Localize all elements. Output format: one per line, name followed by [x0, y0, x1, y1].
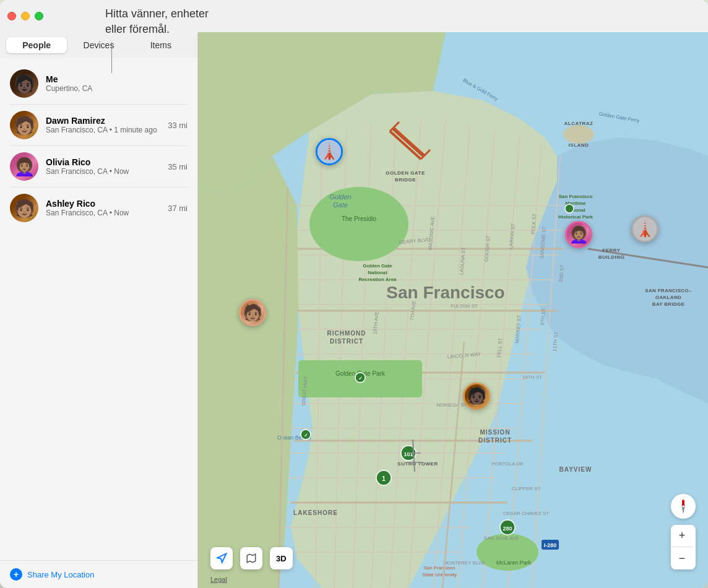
- svg-text:San Francisco: San Francisco: [559, 194, 593, 199]
- svg-text:SAN JOSE AVE: SAN JOSE AVE: [484, 535, 519, 541]
- avatar: 🧑🏿: [10, 69, 38, 98]
- svg-text:National: National: [368, 270, 387, 275]
- close-button[interactable]: [7, 12, 16, 20]
- svg-text:1: 1: [382, 475, 386, 482]
- svg-point-120: [565, 204, 574, 213]
- svg-text:San Francisco: San Francisco: [423, 565, 455, 571]
- map-svg: 1 101 280 San Francisco Golden Gate: [198, 32, 708, 588]
- svg-text:FULTON ST: FULTON ST: [451, 303, 478, 309]
- svg-text:NORIEGA ST: NORIEGA ST: [437, 402, 467, 408]
- app-window: Hitta vänner, enheter eller föremål. Peo…: [0, 0, 708, 588]
- svg-text:DISTRICT: DISTRICT: [330, 338, 363, 345]
- svg-text:MISSION: MISSION: [480, 429, 510, 436]
- 3d-button[interactable]: 3D: [270, 547, 293, 569]
- title-bar: [0, 0, 708, 32]
- person-info: Ashley Rico San Francisco, CA • Now: [46, 199, 160, 217]
- person-distance: 33 mi: [168, 121, 188, 130]
- legal-link[interactable]: Legal: [210, 576, 227, 583]
- share-location[interactable]: + Share My Location: [0, 560, 197, 588]
- map-pin-ashley[interactable]: 🧑🏽: [239, 299, 266, 326]
- list-item[interactable]: 🧑🏽 Ashley Rico San Francisco, CA • Now 3…: [0, 188, 197, 228]
- zoom-controls: + −: [671, 525, 696, 569]
- tabs-container: People Devices Items: [0, 32, 197, 58]
- svg-text:Gate: Gate: [333, 201, 348, 209]
- map-view-button[interactable]: [240, 547, 262, 569]
- list-item[interactable]: 🧑🏿 Me Cupertino, CA: [0, 63, 197, 104]
- svg-text:BRIDGE: BRIDGE: [395, 177, 416, 183]
- map-area[interactable]: 1 101 280 San Francisco Golden Gate: [198, 32, 708, 588]
- share-plus-icon: +: [10, 568, 22, 581]
- avatar: 👩🏽‍🦱: [10, 152, 38, 181]
- svg-text:101: 101: [404, 451, 413, 457]
- svg-point-96: [563, 125, 594, 144]
- person-distance: 37 mi: [168, 204, 188, 213]
- map-bottom-bar: 3D: [210, 547, 293, 569]
- svg-text:The Presidio: The Presidio: [342, 215, 377, 222]
- tab-people[interactable]: People: [6, 37, 67, 53]
- avatar: 🧑🏽: [10, 194, 38, 222]
- svg-text:FERRY: FERRY: [602, 248, 620, 253]
- svg-text:CESAR CHAVEZ ST: CESAR CHAVEZ ST: [503, 511, 549, 516]
- minimize-button[interactable]: [21, 12, 30, 20]
- svg-text:Golden: Golden: [329, 193, 351, 201]
- sidebar: People Devices Items 🧑🏿 Me Cupertino, CA: [0, 32, 198, 588]
- svg-marker-123: [681, 506, 684, 514]
- person-name: Olivia Rico: [46, 157, 160, 167]
- svg-text:ALCATRAZ: ALCATRAZ: [564, 121, 594, 126]
- location-button[interactable]: [210, 547, 233, 569]
- list-item[interactable]: 🧑🏽 Dawn Ramirez San Francisco, CA • 1 mi…: [0, 105, 197, 145]
- tab-items[interactable]: Items: [131, 37, 191, 53]
- person-location: San Francisco, CA • Now: [46, 209, 160, 217]
- maximize-button[interactable]: [35, 12, 43, 20]
- svg-text:BAYVIEW: BAYVIEW: [559, 466, 592, 473]
- person-info: Me Cupertino, CA: [46, 74, 188, 93]
- person-location: San Francisco, CA • 1 minute ago: [46, 126, 160, 134]
- person-info: Olivia Rico San Francisco, CA • Now: [46, 157, 160, 176]
- list-item[interactable]: 👩🏽‍🦱 Olivia Rico San Francisco, CA • Now…: [0, 146, 197, 187]
- person-location: Cupertino, CA: [46, 84, 188, 93]
- svg-text:State University: State University: [422, 572, 457, 577]
- people-list: 🧑🏿 Me Cupertino, CA 🧑🏽 Dawn Ramirez: [0, 58, 197, 560]
- map-controls: N + −: [671, 494, 696, 569]
- svg-text:GOLDEN GATE: GOLDEN GATE: [386, 170, 425, 176]
- svg-text:San Francisco: San Francisco: [386, 283, 504, 302]
- map-pin-dawn[interactable]: 🧑🏿: [463, 383, 490, 410]
- svg-text:McLaren Park: McLaren Park: [496, 560, 532, 566]
- svg-point-37: [309, 187, 408, 261]
- svg-text:16TH ST: 16TH ST: [522, 374, 542, 380]
- svg-text:N: N: [682, 499, 685, 504]
- svg-text:CLIPPER ST: CLIPPER ST: [512, 486, 541, 491]
- svg-text:ISLAND: ISLAND: [569, 142, 589, 148]
- svg-text:Golden Gate: Golden Gate: [363, 263, 392, 269]
- person-info: Dawn Ramirez San Francisco, CA • 1 minut…: [46, 116, 160, 134]
- zoom-out-button[interactable]: −: [671, 547, 693, 569]
- person-name: Me: [46, 74, 188, 84]
- svg-text:DISTRICT: DISTRICT: [478, 437, 512, 444]
- svg-text:SAN FRANCISCO–: SAN FRANCISCO–: [645, 288, 692, 293]
- svg-marker-121: [217, 554, 226, 563]
- svg-text:BUILDING: BUILDING: [598, 254, 625, 260]
- traffic-lights: [7, 12, 43, 20]
- person-name: Dawn Ramirez: [46, 116, 160, 126]
- main-content: People Devices Items 🧑🏿 Me Cupertino, CA: [0, 32, 708, 588]
- compass[interactable]: N: [671, 494, 696, 519]
- svg-text:Recreation Area: Recreation Area: [358, 277, 397, 282]
- svg-text:280: 280: [503, 525, 512, 532]
- svg-text:BAY BRIDGE: BAY BRIDGE: [652, 301, 685, 307]
- share-label: Share My Location: [27, 570, 94, 579]
- svg-text:RICHMOND: RICHMOND: [327, 330, 366, 337]
- svg-text:✓: ✓: [358, 376, 363, 381]
- map-pin-ggbridge[interactable]: 🗼: [316, 138, 343, 165]
- person-location: San Francisco, CA • Now: [46, 167, 160, 176]
- avatar: 🧑🏽: [10, 111, 38, 139]
- person-name: Ashley Rico: [46, 199, 160, 209]
- svg-text:✓: ✓: [304, 433, 308, 438]
- svg-text:LAKESHORE: LAKESHORE: [293, 509, 338, 516]
- svg-text:I-280: I-280: [544, 542, 557, 548]
- svg-text:OAKLAND: OAKLAND: [655, 295, 681, 300]
- zoom-in-button[interactable]: +: [671, 525, 693, 547]
- tab-devices[interactable]: Devices: [68, 37, 129, 53]
- person-distance: 35 mi: [168, 162, 188, 171]
- svg-text:Historical Park: Historical Park: [558, 214, 594, 220]
- svg-text:PORTOLA DR: PORTOLA DR: [491, 461, 524, 467]
